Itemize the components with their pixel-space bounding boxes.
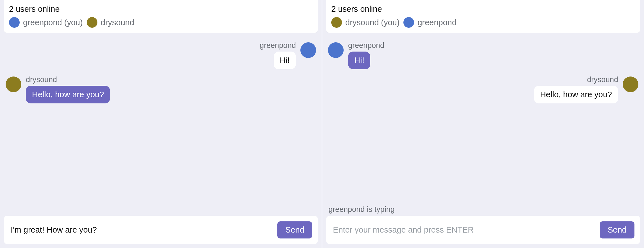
send-button[interactable]: Send	[600, 221, 634, 238]
message-own: drysound Hello, how are you?	[328, 75, 638, 103]
message-other: drysound Hello, how are you?	[6, 75, 316, 103]
message-body: drysound Hello, how are you?	[534, 75, 618, 103]
message-own: greenpond Hi!	[6, 41, 316, 69]
composer: Send	[4, 216, 318, 244]
message-bubble: Hi!	[348, 52, 370, 69]
avatar-icon	[328, 42, 344, 58]
online-count: 2 users online	[9, 4, 313, 14]
user-chip: greenpond	[403, 17, 456, 28]
message-bubble: Hello, how are you?	[534, 86, 618, 103]
send-button[interactable]: Send	[277, 221, 312, 238]
user-chip: drysound	[87, 17, 134, 28]
message-input[interactable]	[332, 224, 594, 236]
online-header: 2 users online drysound (you) greenpond	[326, 0, 640, 33]
chat-pane-right: 2 users online drysound (you) greenpond …	[322, 0, 644, 248]
message-body: greenpond Hi!	[348, 41, 384, 69]
user-label: drysound	[101, 18, 134, 27]
sender-label: drysound	[587, 75, 618, 84]
avatar-icon	[300, 42, 316, 58]
user-label: greenpond	[417, 18, 456, 27]
avatar-icon	[623, 77, 638, 92]
typing-indicator	[6, 205, 316, 214]
user-label: drysound (you)	[345, 18, 399, 27]
online-count: 2 users online	[331, 4, 635, 14]
user-dot-icon	[331, 17, 342, 28]
message-bubble: Hi!	[274, 52, 296, 69]
chat-pane-left: 2 users online greenpond (you) drysound …	[0, 0, 322, 248]
user-chip: drysound (you)	[331, 17, 399, 28]
user-dot-icon	[9, 17, 20, 28]
message-input[interactable]	[10, 224, 272, 236]
avatar-icon	[6, 77, 21, 92]
sender-label: greenpond	[348, 41, 384, 50]
sender-label: drysound	[26, 75, 57, 84]
message-body: drysound Hello, how are you?	[26, 75, 110, 103]
user-list: drysound (you) greenpond	[331, 17, 635, 28]
message-bubble: Hello, how are you?	[26, 86, 110, 103]
message-body: greenpond Hi!	[260, 41, 296, 69]
composer: Send	[326, 216, 640, 244]
user-label: greenpond (you)	[23, 18, 83, 27]
user-dot-icon	[403, 17, 414, 28]
message-list[interactable]: greenpond Hi! drysound Hello, how are yo…	[0, 33, 322, 205]
message-other: greenpond Hi!	[328, 41, 638, 69]
user-list: greenpond (you) drysound	[9, 17, 313, 28]
sender-label: greenpond	[260, 41, 296, 50]
online-header: 2 users online greenpond (you) drysound	[4, 0, 318, 33]
typing-indicator: greenpond is typing	[328, 205, 638, 214]
user-chip: greenpond (you)	[9, 17, 83, 28]
user-dot-icon	[87, 17, 97, 28]
message-list[interactable]: greenpond Hi! drysound Hello, how are yo…	[322, 33, 644, 205]
